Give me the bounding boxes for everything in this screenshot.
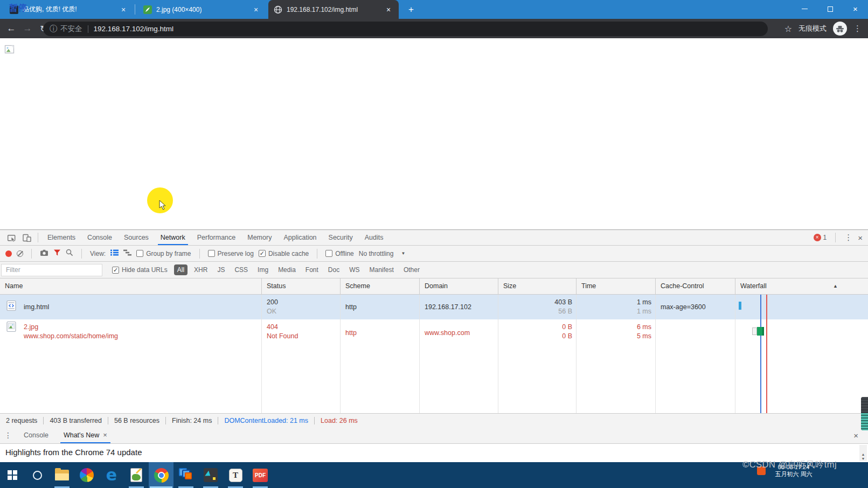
network-filter-icon[interactable] [53,249,61,257]
disable-cache-checkbox[interactable]: ✓ Disable cache [259,250,309,257]
column-divider[interactable] [735,295,735,413]
filter-input[interactable] [1,264,102,276]
inspect-element-icon[interactable] [4,231,19,245]
browser-menu-icon[interactable]: ⋮ [853,24,862,33]
drawer-close-icon[interactable]: × [853,431,868,440]
column-header-domain[interactable]: Domain [420,278,498,294]
drawer-menu-icon[interactable]: ⋮ [0,431,16,440]
filter-type-js[interactable]: JS [214,264,228,275]
info-icon[interactable]: ⓘ [50,24,57,34]
typora-button[interactable]: T [223,462,248,488]
search-icon[interactable] [66,249,73,258]
forward-button[interactable]: → [19,23,36,34]
filter-type-media[interactable]: Media [275,264,299,275]
screenshot-capture-icon[interactable] [40,249,48,258]
media-app-button[interactable] [74,462,99,488]
devtools-close-icon[interactable]: × [858,233,863,242]
column-header-scheme[interactable]: Scheme [341,278,420,294]
drawer-scrollbar[interactable]: ▲ ▼ [859,445,867,461]
column-header-cache-control[interactable]: Cache-Control [656,278,735,294]
browser-tab-imghtml-active[interactable]: 192.168.17.102/img.html × [268,0,399,19]
filter-type-css[interactable]: CSS [231,264,251,275]
filter-type-ws[interactable]: WS [346,264,363,275]
column-divider[interactable] [655,295,656,413]
devtools-tab-sources[interactable]: Sources [118,230,155,245]
vmware-button[interactable] [173,462,198,488]
size-transferred: 403 B [498,298,572,307]
column-header-waterfall[interactable]: Waterfall ▲ [735,278,868,294]
view-waterfall-icon[interactable] [123,249,131,257]
column-divider[interactable] [261,295,262,413]
network-request-row-imghtml[interactable]: img.html 200 OK http 192.168.17.102 403 … [0,295,868,319]
filter-type-all[interactable]: All [174,264,188,275]
drawer-tab-console[interactable]: Console [16,427,56,443]
preserve-log-checkbox[interactable]: Preserve log [208,250,254,257]
bookmark-star-icon[interactable]: ☆ [784,24,792,34]
back-button[interactable]: ← [3,23,19,34]
group-by-frame-checkbox[interactable]: Group by frame [136,250,191,257]
filter-type-img[interactable]: Img [254,264,272,275]
offline-checkbox[interactable]: Offline [325,250,353,257]
chrome-button[interactable] [149,462,173,488]
filter-type-xhr[interactable]: XHR [191,264,211,275]
drawer-tab-close-icon[interactable]: × [103,427,107,443]
pdf-reader-button[interactable]: PDF [248,462,273,488]
column-header-status[interactable]: Status [262,278,341,294]
filter-type-doc[interactable]: Doc [325,264,343,275]
tab-separator [135,4,135,15]
file-explorer-button[interactable] [50,462,74,488]
tab-close-icon[interactable]: × [384,5,393,14]
url-text[interactable]: 192.168.17.102/img.html [94,25,174,33]
address-bar[interactable]: ⓘ 不安全 192.168.17.102/img.html [43,22,768,36]
windows-taskbar: e T PDF [0,462,868,488]
waterfall-bar-imghtml[interactable] [739,302,741,310]
tab-close-icon[interactable]: × [119,5,128,14]
column-divider[interactable] [340,295,341,413]
terminal-button[interactable] [198,462,223,488]
hide-data-urls-checkbox[interactable]: ✓ Hide data URLs [112,266,168,274]
waterfall-bar-2jpg[interactable] [757,327,764,336]
devtools-tab-console[interactable]: Console [81,230,118,245]
column-header-size[interactable]: Size [498,278,577,294]
column-divider[interactable] [419,295,420,413]
waterfall-stalled-2jpg[interactable] [752,327,757,335]
network-request-row-2jpg[interactable]: 2.jpg www.shop.com/static/home/img 404 N… [0,319,868,346]
devtools-tab-security[interactable]: Security [323,230,359,245]
devtools-tab-memory[interactable]: Memory [241,230,277,245]
devtools-tab-elements[interactable]: Elements [41,230,81,245]
column-divider[interactable] [576,295,577,413]
filter-type-font[interactable]: Font [302,264,322,275]
devtools-menu-icon[interactable]: ⋮ [844,233,852,242]
drawer-tab-whats-new[interactable]: What's New × [56,427,115,443]
record-network-log-button[interactable] [5,250,12,257]
devtools-tab-performance[interactable]: Performance [191,230,242,245]
devtools-tab-application[interactable]: Application [277,230,322,245]
window-close-button[interactable]: × [843,0,868,18]
incognito-avatar-icon[interactable] [833,22,847,36]
column-divider[interactable] [498,295,498,413]
console-error-badge[interactable]: × 1 [814,234,827,241]
view-list-icon[interactable] [110,249,119,257]
window-maximize-button[interactable] [817,0,843,18]
filter-type-manifest[interactable]: Manifest [366,264,397,275]
new-tab-button[interactable]: + [405,4,417,16]
throttling-dropdown[interactable]: No throttling ▼ [359,250,406,257]
devtools-tab-audits[interactable]: Audits [359,230,390,245]
tab-close-icon[interactable]: × [251,5,261,14]
scroll-up-icon[interactable]: ▲ [862,452,865,456]
start-button[interactable] [0,462,25,488]
clear-network-log-button[interactable] [17,250,23,257]
column-header-time[interactable]: Time [577,278,656,294]
recorder-floating-widget[interactable] [861,397,868,430]
column-header-name[interactable]: Name [0,278,262,294]
devtools-tab-network[interactable]: Network [155,230,191,245]
editor-app-button[interactable] [124,462,149,488]
edge-button[interactable]: e [99,462,124,488]
scroll-down-icon[interactable]: ▼ [862,457,865,461]
device-toolbar-icon[interactable] [19,231,34,245]
browser-tab-2jpg[interactable]: 2.jpg (400×400) × [138,0,266,19]
cortana-button[interactable] [25,462,50,488]
vmware-icon [179,468,193,482]
window-minimize-button[interactable] [792,0,817,18]
filter-type-other[interactable]: Other [400,264,423,275]
